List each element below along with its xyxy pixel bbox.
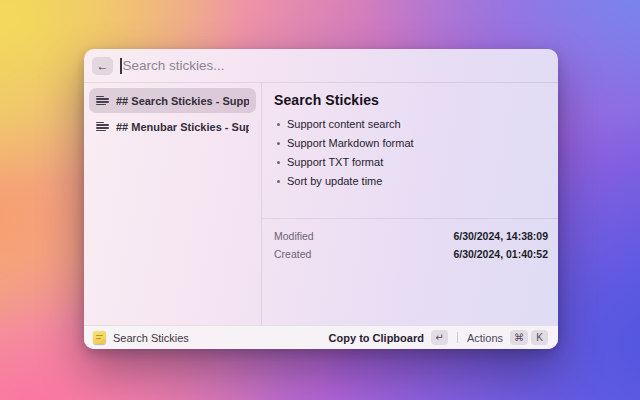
- list-item-label: ## Search Stickies - Support ...: [116, 95, 249, 107]
- desktop-background: ← Search stickies... ## Search Stickies …: [0, 0, 640, 400]
- back-arrow-icon: ←: [97, 59, 109, 73]
- detail-bullet-list: Support content search Support Markdown …: [274, 118, 546, 187]
- note-lines-icon: [96, 95, 109, 107]
- detail-bullet: Support Markdown format: [274, 137, 546, 149]
- footer-divider: [457, 332, 458, 343]
- note-lines-icon: [96, 121, 109, 133]
- k-key-badge[interactable]: K: [531, 330, 548, 345]
- actions-button[interactable]: Actions: [467, 332, 503, 344]
- list-item-label: ## Menubar Stickies - Support...: [116, 121, 249, 133]
- metadata-label: Modified: [274, 230, 314, 242]
- metadata-value: 6/30/2024, 14:38:09: [453, 230, 548, 242]
- search-bar: ← Search stickies...: [84, 49, 558, 83]
- metadata-row-created: Created 6/30/2024, 01:40:52: [274, 245, 548, 263]
- detail-bullet: Sort by update time: [274, 175, 546, 187]
- return-key-badge[interactable]: ↵: [431, 330, 448, 345]
- metadata-section: Modified 6/30/2024, 14:38:09 Created 6/3…: [262, 218, 558, 325]
- action-bar: Search Stickies Copy to Clipboard ↵ Acti…: [84, 325, 558, 349]
- detail-title: Search Stickies: [274, 92, 546, 108]
- detail-bullet: Support content search: [274, 118, 546, 130]
- list-item-search-stickies[interactable]: ## Search Stickies - Support ...: [89, 88, 256, 113]
- detail-bullet: Support TXT format: [274, 156, 546, 168]
- metadata-row-modified: Modified 6/30/2024, 14:38:09: [274, 227, 548, 245]
- results-list: ## Search Stickies - Support ... ## Menu…: [84, 83, 262, 325]
- list-item-menubar-stickies[interactable]: ## Menubar Stickies - Support...: [89, 114, 256, 139]
- footer-app-name: Search Stickies: [113, 332, 189, 344]
- metadata-label: Created: [274, 248, 311, 260]
- copy-to-clipboard-button[interactable]: Copy to Clipboard: [329, 332, 424, 344]
- search-input[interactable]: Search stickies...: [123, 58, 225, 73]
- detail-content: Search Stickies Support content search S…: [262, 83, 558, 218]
- command-key-badge[interactable]: ⌘: [510, 330, 528, 345]
- sticky-note-icon: [93, 331, 106, 344]
- detail-pane: Search Stickies Support content search S…: [262, 83, 558, 325]
- back-button[interactable]: ←: [92, 57, 113, 75]
- metadata-value: 6/30/2024, 01:40:52: [453, 248, 548, 260]
- window-body: ## Search Stickies - Support ... ## Menu…: [84, 83, 558, 325]
- text-caret: [120, 58, 122, 74]
- launcher-window: ← Search stickies... ## Search Stickies …: [84, 49, 558, 349]
